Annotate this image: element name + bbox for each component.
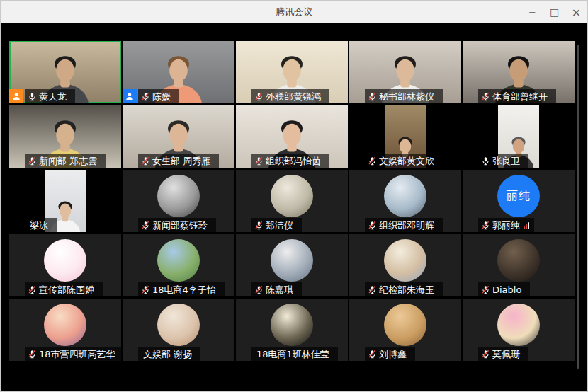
video-tile[interactable]: 郑洁仪 (236, 170, 348, 232)
name-bar: 体育部曾继开 (478, 89, 556, 103)
video-tile[interactable]: 组织部冯怡茵 (236, 105, 348, 168)
mic-muted-icon (368, 156, 377, 166)
video-tile[interactable]: 18市营四班高艺华 (9, 299, 121, 361)
participant-name: 纪检部朱海玉 (379, 285, 434, 294)
participant-name: 张良卫 (492, 156, 520, 166)
name-bar: 组织部邓明辉 (365, 218, 443, 232)
video-tile[interactable]: 女生部 周秀雁 (123, 105, 234, 168)
participant-name: 18市营四班高艺华 (39, 350, 115, 359)
video-tile[interactable]: 刘博鑫 (349, 299, 461, 361)
video-tile[interactable]: 黄天龙 (9, 41, 121, 103)
tile-bottom-bar: 梁冰 (9, 218, 57, 232)
mic-muted-icon (254, 92, 264, 101)
video-tile[interactable]: 陈媛 (123, 41, 234, 103)
tile-bottom-bar: 女生部 周秀雁 (123, 154, 219, 168)
close-button[interactable]: × (565, 1, 587, 23)
mic-muted-icon (28, 285, 37, 294)
minimize-button[interactable]: − (521, 1, 543, 23)
tile-bottom-bar: 18市营四班高艺华 (9, 347, 121, 361)
window-title: 腾讯会议 (1, 6, 587, 18)
participant-name: 秘书部林紫仪 (379, 92, 434, 101)
mic-muted-icon (141, 156, 150, 166)
tile-bottom-bar: Diablo (463, 282, 530, 296)
avatar-initials: 丽纯 (497, 175, 540, 217)
avatar (384, 175, 426, 217)
mic-muted-icon (254, 156, 264, 166)
tile-bottom-bar: 18电商1班林佳莹 (236, 347, 338, 361)
person-badge-icon (463, 218, 477, 232)
participant-name: 梁冰 (30, 221, 48, 230)
participant-name: 陈媛 (152, 92, 171, 101)
mic-on-icon (481, 156, 490, 166)
video-tile[interactable]: 文娱部黄文欣 (349, 105, 461, 168)
tile-bottom-bar: 郑洁仪 (236, 218, 302, 232)
maximize-button[interactable]: □ (543, 1, 565, 23)
participant-name: Diablo (492, 285, 521, 294)
tile-bottom-bar: 张良卫 (463, 154, 528, 168)
tile-bottom-bar: 陈嘉琪 (236, 282, 302, 296)
video-tile[interactable]: 张良卫 (463, 105, 575, 168)
video-tile[interactable]: 陈嘉琪 (236, 234, 348, 296)
video-tile[interactable]: 莫佩珊 (463, 299, 575, 361)
name-bar: 秘书部林紫仪 (365, 89, 443, 103)
person-badge-icon (123, 218, 137, 232)
video-tile[interactable]: 宣传部陈国婵 (9, 234, 121, 296)
video-tile[interactable]: 梁冰 (9, 170, 121, 232)
participant-name: 新闻部蔡钰玲 (152, 221, 208, 230)
video-tile[interactable]: 新闻部蔡钰玲 (123, 170, 234, 232)
person-badge-icon (236, 347, 250, 361)
tile-bottom-bar: 陈媛 (123, 89, 179, 103)
person-badge-icon (236, 154, 250, 168)
person-badge-icon (349, 89, 363, 103)
participant-name: 组织部邓明辉 (379, 221, 434, 230)
window-controls: − □ × (521, 1, 587, 23)
person-badge-icon (463, 347, 477, 361)
video-tile[interactable]: 18电商1班林佳莹 (236, 299, 348, 361)
tile-bottom-bar: 刘博鑫 (349, 347, 415, 361)
name-bar: 陈媛 (138, 89, 179, 103)
mic-muted-icon (481, 350, 490, 359)
participant-name: 组织部冯怡茵 (266, 156, 321, 166)
name-bar: 莫佩珊 (478, 347, 528, 361)
video-tile[interactable]: 18电商4李子怡 (123, 234, 234, 296)
name-bar: 纪检部朱海玉 (365, 282, 443, 296)
name-bar: 张良卫 (478, 154, 528, 168)
participant-name: 陈嘉琪 (266, 285, 293, 294)
name-bar: 新闻部 郑志雲 (25, 154, 106, 168)
tile-bottom-bar: 文娱部黄文欣 (349, 154, 443, 168)
title-bar: 腾讯会议 − □ × (1, 1, 587, 23)
network-signal-icon (524, 221, 529, 229)
tile-bottom-bar: 文娱部 谢扬 (123, 347, 200, 361)
video-tile[interactable]: 外联部黄锐鸿 (236, 41, 348, 103)
video-tile[interactable]: 文娱部 谢扬 (123, 299, 234, 361)
video-tile[interactable]: 秘书部林紫仪 (349, 41, 461, 103)
name-bar: 18市营四班高艺华 (25, 347, 121, 361)
person-badge-icon (123, 89, 137, 103)
tile-bottom-bar: 组织部邓明辉 (349, 218, 443, 232)
participant-name: 宣传部陈国婵 (39, 285, 94, 294)
video-tile[interactable]: Diablo (463, 234, 575, 296)
video-tile[interactable]: 体育部曾继开 (463, 41, 575, 103)
person-badge-icon (236, 89, 250, 103)
tile-bottom-bar: 宣传部陈国婵 (9, 282, 103, 296)
tile-bottom-bar: 新闻部 郑志雲 (9, 154, 106, 168)
video-tile[interactable]: 丽纯 郭丽纯 (463, 170, 575, 232)
participant-name: 外联部黄锐鸿 (266, 92, 321, 101)
meeting-stage: 黄天龙 陈媛 外联部黄锐鸿 秘书部林紫仪 (1, 23, 587, 391)
participant-name: 文娱部 谢扬 (143, 350, 192, 359)
video-tile[interactable]: 组织部邓明辉 (349, 170, 461, 232)
video-tile[interactable]: 新闻部 郑志雲 (9, 105, 121, 168)
person-badge-icon (463, 282, 477, 296)
grid-scrollbar[interactable] (577, 45, 579, 369)
person-badge-icon (349, 282, 363, 296)
tile-bottom-bar: 郭丽纯 (463, 218, 534, 232)
avatar (44, 304, 86, 346)
tile-bottom-bar: 黄天龙 (9, 89, 75, 103)
participant-name: 女生部 周秀雁 (152, 156, 210, 166)
name-bar: 文娱部 谢扬 (138, 347, 200, 361)
video-grid: 黄天龙 陈媛 外联部黄锐鸿 秘书部林紫仪 (9, 41, 575, 361)
name-bar: 文娱部黄文欣 (365, 154, 443, 168)
video-tile[interactable]: 纪检部朱海玉 (349, 234, 461, 296)
avatar (271, 304, 313, 346)
name-bar: 郭丽纯 (478, 218, 534, 232)
